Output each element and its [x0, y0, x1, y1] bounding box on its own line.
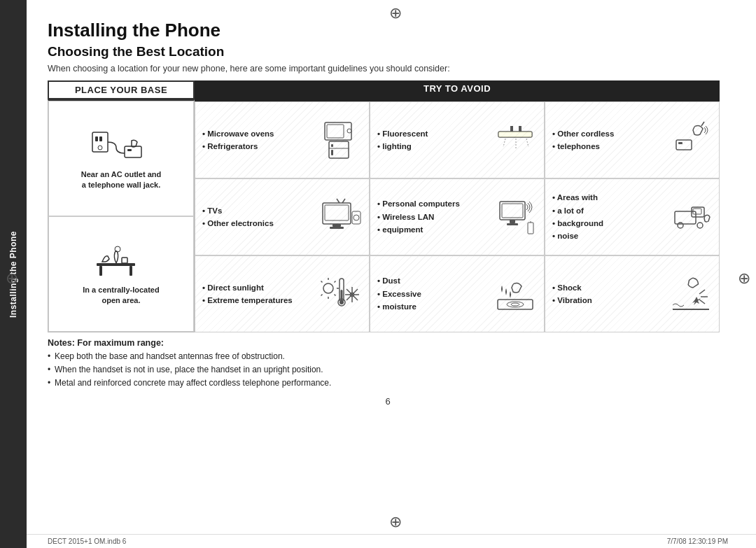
notes-list: Keep both the base and handset antennas …	[48, 350, 720, 391]
svg-rect-5	[127, 149, 132, 151]
avoid-microwave-item2: Refrigerators	[202, 140, 319, 153]
avoid-computers-item3: equipment	[377, 223, 494, 236]
svg-rect-20	[510, 126, 513, 132]
svg-rect-17	[331, 150, 333, 155]
notes-item-2: When the handset is not in use, place th…	[48, 363, 720, 377]
svg-point-66	[507, 302, 524, 307]
svg-rect-16	[331, 144, 333, 147]
avoid-sunlight: Direct sunlight Extreme temperatures	[195, 255, 370, 332]
avoid-computers-text: Personal computers Wireless LAN equipmen…	[377, 197, 494, 236]
header-try-avoid: TRY TO AVOID	[195, 80, 720, 99]
intro-text: When choosing a location for your new ph…	[48, 64, 728, 73]
dust-icon	[495, 273, 537, 315]
footer-left: DECT 2015+1 OM.indb 6	[48, 538, 126, 545]
avoid-cordless: Other cordless telephones	[545, 101, 720, 178]
svg-rect-30	[332, 224, 341, 227]
avoid-microwave-item1: Microwave ovens	[202, 127, 319, 140]
notes-title: Notes: For maximum range:	[48, 338, 720, 348]
svg-point-45	[697, 223, 703, 228]
avoid-noise-item1: Areas with	[552, 191, 669, 204]
avoid-sunlight-item2: Extreme temperatures	[202, 294, 316, 307]
svg-point-13	[347, 129, 351, 133]
svg-line-33	[342, 199, 345, 203]
base-cell-central: In a centrally-locatedopen area.	[48, 216, 194, 332]
svg-line-53	[335, 295, 336, 296]
svg-rect-36	[500, 202, 525, 220]
svg-rect-65	[498, 300, 533, 309]
svg-line-55	[321, 295, 323, 296]
svg-rect-19	[498, 132, 532, 137]
avoid-dust: Dust Excessive moisture	[370, 255, 545, 332]
svg-rect-12	[327, 125, 344, 138]
avoid-cordless-item2: telephones	[552, 140, 669, 153]
svg-rect-38	[510, 220, 515, 223]
computer-icon	[498, 196, 537, 238]
svg-rect-37	[502, 204, 523, 218]
svg-line-24	[526, 139, 528, 147]
svg-point-59	[340, 300, 344, 304]
fluorescent-icon	[495, 119, 537, 161]
avoid-microwave-text: Microwave ovens Refrigerators	[202, 127, 319, 153]
page-container: Installing the Phone ⊕ ⊕ ⊕ ⊕ Installing …	[0, 0, 756, 548]
avoid-computers: Personal computers Wireless LAN equipmen…	[370, 178, 545, 255]
compass-left-icon: ⊕	[6, 269, 18, 288]
avoid-tvs-text: TVs Other electronics	[202, 204, 316, 230]
svg-rect-40	[528, 223, 533, 234]
svg-rect-58	[341, 290, 343, 301]
svg-rect-10	[122, 258, 127, 263]
header-row: PLACE YOUR BASE TRY TO AVOID	[48, 80, 720, 99]
page-title: Installing the Phone	[48, 20, 728, 41]
avoid-fluorescent-text: Fluorescent lighting	[377, 127, 491, 153]
avoid-dust-item1: Dust	[377, 274, 491, 287]
header-place-base: PLACE YOUR BASE	[48, 80, 195, 99]
avoid-dust-item2: Excessive	[377, 288, 491, 300]
shock-icon	[670, 273, 712, 315]
avoid-shock-item2: Vibration	[552, 294, 666, 307]
svg-point-9	[115, 246, 120, 252]
avoid-shock-text: Shock Vibration	[552, 281, 666, 307]
svg-rect-25	[676, 140, 692, 150]
svg-line-70	[699, 300, 705, 304]
svg-line-54	[335, 281, 336, 283]
avoid-tvs: TVs Other electronics	[195, 178, 370, 255]
avoid-sunlight-text: Direct sunlight Extreme temperatures	[202, 281, 316, 307]
svg-rect-31	[330, 227, 344, 229]
svg-point-47	[323, 283, 333, 293]
svg-rect-29	[325, 205, 349, 220]
svg-rect-21	[519, 126, 522, 132]
notes-item-3: Metal and reinforced concrete may affect…	[48, 377, 720, 390]
sunlight-icon	[320, 273, 362, 315]
page-number: 6	[385, 396, 390, 407]
central-location-icon	[90, 242, 153, 281]
svg-line-27	[701, 122, 704, 126]
svg-rect-39	[507, 223, 518, 225]
base-label-central: In a centrally-locatedopen area.	[83, 285, 159, 307]
avoid-noise-text: Areas with a lot of background noise	[552, 191, 669, 243]
svg-line-68	[699, 290, 705, 294]
svg-rect-0	[92, 132, 108, 152]
svg-rect-2	[99, 136, 102, 141]
avoid-cordless-item1: Other cordless	[552, 127, 669, 140]
notes-item-1: Keep both the base and handset antennas …	[48, 350, 720, 363]
footer: DECT 2015+1 OM.indb 6 7/7/08 12:30:19 PM	[27, 534, 756, 545]
avoid-computers-item2: Wireless LAN	[377, 211, 494, 223]
svg-rect-4	[125, 146, 141, 157]
tv-icon	[320, 196, 362, 238]
avoid-sunlight-item1: Direct sunlight	[202, 281, 316, 294]
svg-point-44	[678, 223, 683, 228]
avoid-fluorescent-item2: lighting	[377, 140, 491, 153]
avoid-noise: Areas with a lot of background noise	[545, 178, 720, 255]
avoid-microwave: Microwave ovens Refrigerators	[195, 101, 370, 178]
svg-line-32	[337, 199, 340, 203]
page-number-display: 6	[48, 396, 728, 407]
svg-point-3	[98, 146, 102, 150]
avoid-computers-item1: Personal computers	[377, 197, 494, 210]
avoid-fluorescent-item1: Fluorescent	[377, 127, 491, 140]
avoid-noise-item4: noise	[552, 230, 669, 242]
svg-rect-8	[130, 266, 132, 276]
svg-line-22	[503, 139, 505, 147]
svg-point-67	[511, 303, 519, 306]
col-avoid: Microwave ovens Refrigerators	[195, 99, 720, 332]
avoid-noise-item2: a lot of	[552, 204, 669, 217]
avoid-dust-text: Dust Excessive moisture	[377, 274, 491, 313]
